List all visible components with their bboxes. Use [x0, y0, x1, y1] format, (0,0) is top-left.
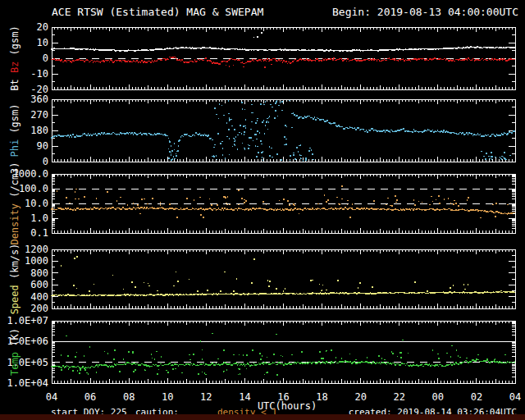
y-axis-title-part: Speed [9, 285, 21, 314]
svg-text:200: 200 [30, 303, 48, 314]
y-axis-title-part: (gsm) [9, 103, 21, 139]
svg-text:360: 360 [30, 94, 48, 105]
y-axis-title-part: Bz [9, 62, 21, 73]
svg-text:800: 800 [30, 267, 48, 279]
svg-text:1.0E+04: 1.0E+04 [7, 377, 48, 389]
plot-title: ACE RTSW (Estimated) MAG & SWEPAM [52, 6, 263, 18]
y-axis-title-part: (K) [9, 328, 21, 352]
svg-text:100.0: 100.0 [19, 183, 48, 194]
ace-rtsw-plot-page: 20100-10-203602701809001000.0100.010.01.… [0, 0, 525, 420]
x-axis-tick-label: 10 [162, 391, 173, 403]
svg-text:0: 0 [43, 156, 48, 167]
y-axis-title-part: Density [9, 203, 21, 245]
svg-text:0: 0 [43, 52, 48, 64]
bottom-accent-strip [0, 414, 525, 420]
svg-text:180: 180 [30, 125, 48, 136]
svg-text:20: 20 [37, 21, 48, 33]
svg-text:600: 600 [30, 279, 48, 290]
y-axis-title-temp: Temp (K) [9, 328, 21, 376]
svg-text:1200: 1200 [25, 244, 48, 255]
y-axis-title-part: (km/s) [9, 244, 21, 285]
y-axis-title-part: (/cm3) [9, 162, 21, 203]
svg-text:270: 270 [30, 109, 48, 121]
svg-text:1000: 1000 [25, 255, 48, 267]
y-axis-title-part: Bt [9, 73, 21, 91]
x-axis-tick-label: 00 [432, 391, 444, 403]
x-axis-tick-label: 02 [471, 391, 482, 403]
svg-text:1.0: 1.0 [30, 212, 48, 224]
x-axis-tick-label: 04 [509, 391, 521, 403]
x-axis-tick-label: 22 [394, 391, 405, 403]
x-axis-tick-label: 12 [200, 391, 212, 403]
x-axis-tick-label: 08 [123, 391, 135, 403]
begin-timestamp: Begin: 2019-08-13 04:00:00UTC [332, 6, 518, 18]
svg-text:10.0: 10.0 [25, 198, 48, 209]
y-axis-title-part: Phi [9, 139, 21, 158]
svg-text:10: 10 [37, 37, 48, 48]
x-axis-tick-label: 20 [354, 391, 366, 403]
svg-text:1.0E+07: 1.0E+07 [7, 315, 48, 326]
x-axis-tick-label: 04 [46, 391, 57, 403]
y-axis-title-speed: Speed (km/s) [9, 244, 21, 315]
svg-text:90: 90 [37, 140, 48, 152]
y-axis-title-density: Density (/cm3) [9, 162, 21, 244]
x-axis-tick-label: 06 [84, 391, 96, 403]
y-axis-title-phi: Phi (gsm) [9, 103, 21, 157]
swepam-plot-svg: 20100-10-203602701809001000.0100.010.01.… [0, 0, 525, 420]
y-axis-title-mag: Bt Bz (gsm) [9, 25, 21, 91]
y-axis-title-part: Temp [9, 352, 21, 376]
y-axis-title-part: (gsm) [9, 25, 21, 61]
svg-text:0.1: 0.1 [30, 227, 48, 239]
svg-text:400: 400 [30, 291, 48, 303]
svg-text:-10: -10 [30, 68, 48, 80]
